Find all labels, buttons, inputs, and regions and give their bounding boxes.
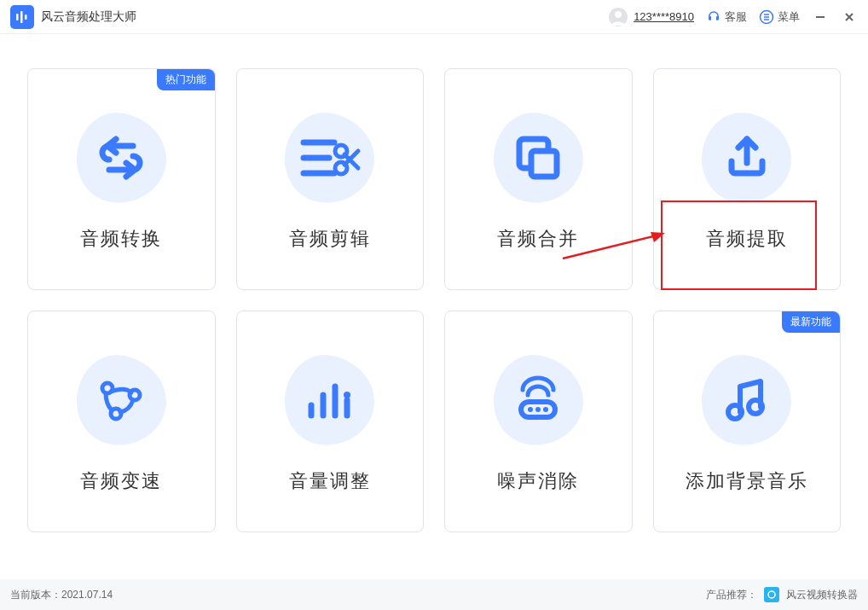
speed-icon (90, 369, 152, 431)
svg-point-33 (543, 407, 548, 412)
extract-icon (716, 127, 778, 189)
card-label: 音频合并 (497, 226, 579, 252)
user-area[interactable]: 123****8910 (608, 7, 694, 27)
menu-button[interactable]: 菜单 (759, 9, 800, 25)
svg-point-38 (768, 591, 775, 598)
card-noise-removal[interactable]: 噪声消除 (444, 311, 633, 532)
svg-rect-1 (20, 11, 23, 23)
svg-point-31 (528, 407, 533, 412)
card-label: 音量调整 (289, 468, 371, 494)
card-audio-extract[interactable]: 音频提取 (653, 68, 842, 290)
card-audio-speed[interactable]: 音频变速 (27, 311, 216, 532)
version-value: 2021.07.14 (61, 589, 113, 601)
card-label: 音频提取 (706, 226, 788, 252)
recommend-product-icon (764, 587, 779, 602)
card-label: 音频转换 (80, 226, 162, 252)
header-right: 123****8910 客服 菜单 (608, 7, 858, 27)
badge-hot: 热门功能 (157, 69, 215, 90)
card-label: 添加背景音乐 (686, 468, 808, 494)
title-bar: 风云音频处理大师 123****8910 客服 菜单 (0, 0, 868, 34)
svg-point-32 (535, 407, 541, 412)
audio-bars-icon (14, 9, 30, 25)
recommend-label: 产品推荐： (706, 588, 757, 602)
music-icon (716, 369, 778, 431)
version-label: 当前版本： (10, 588, 61, 602)
app-title: 风云音频处理大师 (41, 9, 136, 25)
svg-point-34 (728, 405, 742, 419)
menu-label: 菜单 (778, 9, 800, 25)
feature-grid: 热门功能 音频转换 (27, 68, 841, 532)
card-add-bgm[interactable]: 最新功能 添加背景音乐 (653, 311, 842, 532)
headset-icon (706, 9, 721, 25)
support-label: 客服 (725, 9, 747, 25)
support-button[interactable]: 客服 (706, 9, 747, 25)
svg-rect-0 (16, 14, 19, 20)
card-audio-merge[interactable]: 音频合并 (444, 68, 633, 290)
recommend-product-name[interactable]: 风云视频转换器 (786, 588, 858, 602)
svg-point-35 (749, 400, 762, 414)
volume-icon (299, 369, 361, 431)
convert-icon (90, 127, 152, 189)
main-area: 热门功能 音频转换 (0, 34, 868, 532)
cut-icon (297, 127, 363, 189)
avatar-icon (608, 7, 628, 27)
svg-point-4 (615, 11, 622, 18)
close-button[interactable] (841, 9, 858, 26)
card-volume-adjust[interactable]: 音量调整 (236, 311, 425, 532)
svg-rect-20 (531, 151, 557, 177)
user-id[interactable]: 123****8910 (634, 10, 694, 23)
card-label: 音频剪辑 (289, 226, 371, 252)
minimize-button[interactable] (812, 9, 829, 26)
app-logo (10, 5, 34, 29)
merge-icon (507, 127, 569, 189)
card-audio-convert[interactable]: 热门功能 音频转换 (27, 68, 216, 290)
card-audio-cut[interactable]: 音频剪辑 (236, 68, 425, 290)
card-label: 音频变速 (80, 468, 162, 494)
menu-list-icon (759, 9, 774, 25)
badge-new: 最新功能 (782, 311, 840, 333)
close-icon (843, 11, 855, 23)
minimize-icon (814, 11, 826, 23)
card-label: 噪声消除 (497, 468, 579, 494)
svg-point-29 (344, 392, 350, 398)
noise-icon (507, 369, 569, 431)
footer-bar: 当前版本： 2021.07.14 产品推荐： 风云视频转换器 (0, 579, 868, 610)
svg-rect-2 (25, 15, 27, 20)
